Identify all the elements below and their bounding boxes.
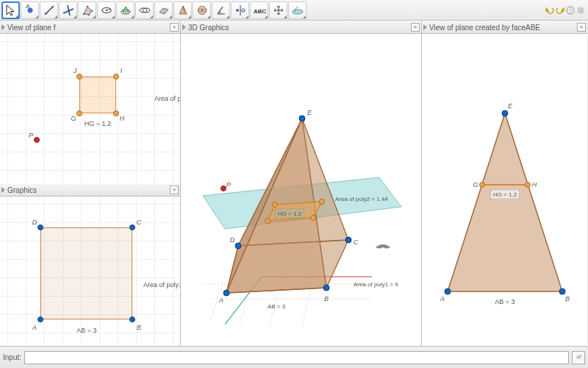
canvas-graphics[interactable]: A B C D AB = 3 Area of poly1 = 9 [0, 197, 180, 346]
panel-label: View of plane f [7, 24, 55, 32]
command-input[interactable] [24, 351, 569, 364]
tool-plane[interactable] [154, 1, 173, 19]
tool-line[interactable] [40, 1, 58, 19]
tool-polygon[interactable] [78, 1, 96, 19]
tool-translate-view[interactable] [269, 1, 287, 19]
svg-point-8 [82, 13, 85, 15]
settings-icon[interactable] [576, 6, 585, 15]
svg-point-26 [242, 9, 245, 12]
svg-point-56 [273, 202, 278, 208]
undo-icon[interactable] [545, 6, 554, 15]
svg-point-53 [265, 219, 270, 224]
input-label: Input: [3, 353, 21, 361]
svg-point-63 [480, 183, 485, 188]
svg-point-64 [526, 183, 531, 188]
svg-point-49 [323, 285, 329, 291]
svg-point-54 [311, 216, 316, 221]
svg-point-23 [201, 9, 203, 11]
close-icon[interactable]: × [170, 185, 179, 194]
panel-title-graphics[interactable]: Graphics× [0, 183, 180, 197]
toolbar-right-icons: ? [545, 6, 587, 15]
tool-intersect-curves[interactable] [135, 1, 154, 19]
panel-title-plane-abe[interactable]: View of plane created by faceABE× [422, 21, 587, 34]
svg-point-61 [445, 289, 451, 294]
svg-point-3 [45, 12, 47, 14]
svg-text:A: A [25, 4, 29, 10]
svg-point-4 [51, 6, 53, 8]
svg-point-55 [320, 199, 325, 205]
svg-point-60 [502, 110, 508, 116]
redo-icon[interactable] [556, 6, 564, 15]
svg-point-9 [86, 5, 88, 7]
svg-marker-58 [448, 113, 562, 291]
tool-view3d[interactable] [288, 1, 306, 19]
svg-point-28 [293, 10, 303, 14]
input-bar: Input: ⏎ [0, 346, 588, 368]
tool-reflect[interactable] [231, 1, 249, 19]
svg-point-10 [90, 10, 93, 12]
submit-icon[interactable]: ⏎ [572, 351, 585, 364]
svg-text:?: ? [569, 7, 573, 14]
middle-column: 3D Graphics× [181, 21, 422, 346]
svg-point-11 [87, 13, 90, 15]
tool-sphere[interactable] [193, 1, 211, 19]
close-icon[interactable]: × [577, 23, 586, 32]
tool-angle[interactable] [212, 1, 230, 19]
panel-title-plane-f[interactable]: View of plane f× [0, 21, 180, 34]
svg-point-14 [105, 9, 107, 11]
svg-point-48 [223, 290, 229, 296]
tool-circle[interactable] [97, 1, 115, 19]
svg-point-52 [299, 116, 305, 121]
tool-pyramid[interactable] [173, 1, 192, 19]
left-column: View of plane f× J I G H HG = 1.2 Area o… [0, 21, 181, 346]
svg-marker-18 [159, 8, 168, 14]
panel-label: Graphics [7, 186, 37, 194]
panel-label: View of plane created by faceABE [429, 24, 540, 32]
svg-point-57 [221, 186, 226, 191]
close-icon[interactable]: × [170, 23, 179, 32]
svg-text:ABC: ABC [254, 8, 266, 15]
panel-label: 3D Graphics [188, 24, 229, 32]
svg-point-62 [559, 289, 565, 294]
canvas-plane-abe[interactable]: E A B G H HG = 1.2 AB = 3 [422, 34, 587, 346]
tool-move[interactable] [1, 1, 20, 19]
canvas-plane-f[interactable]: J I G H HG = 1.2 Area of poly2 = 1.44 P [0, 34, 180, 183]
workspace: View of plane f× J I G H HG = 1.2 Area o… [0, 21, 588, 346]
right-column: View of plane created by faceABE× E A B … [422, 21, 587, 346]
svg-point-50 [345, 237, 351, 243]
svg-point-51 [235, 243, 241, 249]
svg-marker-7 [84, 7, 92, 15]
tool-point[interactable]: A [21, 1, 39, 19]
canvas-3d[interactable]: E A B C D P HG = 1.2 AB = 3 Area of poly… [181, 34, 421, 346]
help-icon[interactable]: ? [566, 6, 575, 15]
tool-ellipse[interactable] [116, 1, 135, 19]
tool-perpendicular[interactable] [59, 1, 77, 19]
tool-text[interactable]: ABC [250, 1, 268, 19]
main-toolbar: A ABC ? [0, 0, 588, 21]
panel-title-3d[interactable]: 3D Graphics× [181, 21, 421, 34]
svg-point-25 [236, 9, 239, 12]
close-icon[interactable]: × [411, 23, 420, 32]
svg-point-31 [579, 9, 582, 12]
